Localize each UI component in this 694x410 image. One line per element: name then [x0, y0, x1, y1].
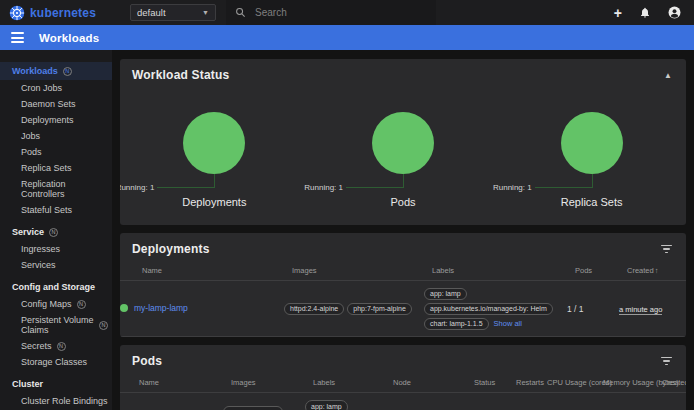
sidebar-item-label: Config Maps: [21, 299, 72, 309]
sidebar-item-label: Stateful Sets: [21, 205, 72, 215]
image-chip: php:7-fpm-alpine: [347, 303, 412, 315]
callout-line: [535, 187, 592, 188]
namespaced-badge-icon: N: [99, 321, 108, 330]
deployment-labels-cell: app: lampapp.kubernetes.io/managed-by: H…: [424, 286, 567, 331]
callout-line: [214, 174, 215, 188]
filter-icon[interactable]: [661, 357, 674, 366]
column-header-cpu-usage-cores[interactable]: CPU Usage (cores): [547, 378, 603, 387]
chart-callout-label: Running: 1: [120, 183, 154, 192]
column-header-images[interactable]: Images: [292, 266, 432, 275]
column-header-restarts[interactable]: Restarts: [516, 378, 547, 387]
status-pie-chart: [561, 112, 623, 174]
column-header-name[interactable]: Name: [142, 266, 292, 275]
sidebar-item-label: Cluster: [12, 379, 43, 389]
sidebar-item-replica-sets[interactable]: Replica Sets: [0, 160, 112, 176]
sidebar-item-label: Service: [12, 227, 44, 237]
sidebar-item-label: Cron Jobs: [21, 83, 62, 93]
sidebar-item-storage-classes[interactable]: Storage Classes: [0, 354, 112, 370]
sort-ascending-icon[interactable]: ↑: [655, 266, 659, 275]
sidebar-item-jobs[interactable]: Jobs: [0, 128, 112, 144]
deployments-title: Deployments: [132, 242, 210, 256]
namespaced-badge-icon: N: [57, 342, 66, 351]
search-icon: [235, 7, 246, 18]
main-content: Workload Status ▲ Running: 1DeploymentsR…: [112, 50, 694, 410]
chart-callout-label: Running: 1: [304, 183, 343, 192]
column-header-name[interactable]: Name: [139, 378, 231, 387]
pods-card: Pods NameImagesLabelsNodeStatusRestartsC…: [120, 345, 686, 410]
sidebar-item-label: Pods: [21, 147, 42, 157]
sidebar-item-daemon-sets[interactable]: Daemon Sets: [0, 96, 112, 112]
column-header-images[interactable]: Images: [231, 378, 313, 387]
sidebar-item-ingresses[interactable]: Ingresses: [0, 241, 112, 257]
deployment-table-row: my-lamp-lamp httpd:2.4-alpinephp:7-fpm-a…: [120, 281, 686, 337]
deployment-images-cell: httpd:2.4-alpinephp:7-fpm-alpine: [284, 301, 424, 316]
deployment-pods-count: 1 / 1: [567, 304, 619, 314]
search-input[interactable]: [255, 7, 415, 18]
image-chip: httpd:2.4-alpine: [223, 406, 283, 410]
workload-chart-replica-sets: Running: 1Replica Sets: [497, 90, 686, 225]
chart-callout-label: Running: 1: [493, 183, 532, 192]
chart-title: Deployments: [120, 196, 309, 208]
workload-chart-deployments: Running: 1Deployments: [120, 90, 309, 225]
sidebar-item-workloads[interactable]: WorkloadsN: [0, 62, 112, 80]
search-box[interactable]: [226, 0, 436, 25]
sidebar-item-secrets[interactable]: SecretsN: [0, 338, 112, 354]
sidebar-item-pods[interactable]: Pods: [0, 144, 112, 160]
column-header-memory-usage-bytes[interactable]: Memory Usage (bytes): [603, 378, 662, 387]
callout-line: [157, 187, 214, 188]
column-header-node[interactable]: Node: [393, 378, 474, 387]
column-header-labels[interactable]: Labels: [313, 378, 393, 387]
sidebar-item-replication-controllers[interactable]: Replication Controllers: [0, 176, 112, 202]
deployments-table-header: NameImagesLabelsPodsCreated↑: [120, 264, 686, 281]
label-chip: app: lamp: [305, 400, 348, 410]
kubernetes-wordmark: kubernetes: [30, 6, 96, 20]
column-header-status[interactable]: Status: [474, 378, 516, 387]
top-bar: kubernetes default ▼ +: [0, 0, 694, 25]
sidebar-item-label: Jobs: [21, 131, 40, 141]
pod-images-cell: httpd:2.4-alpinephp:7-fpm-alpine: [223, 405, 305, 410]
callout-line: [403, 174, 404, 188]
namespace-selector-value: default: [137, 7, 166, 18]
sidebar-item-label: Deployments: [21, 115, 74, 125]
sidebar-item-label: Config and Storage: [12, 282, 95, 292]
namespaced-badge-icon: N: [77, 300, 86, 309]
create-resource-icon[interactable]: +: [614, 6, 622, 20]
sidebar-item-cluster-role-bindings[interactable]: Cluster Role Bindings: [0, 393, 112, 409]
label-chip: chart: lamp-1.1.5: [424, 318, 489, 330]
sidebar-item-label: Secrets: [21, 341, 52, 351]
deployment-name-link[interactable]: my-lamp-lamp: [134, 303, 188, 313]
namespace-selector[interactable]: default ▼: [130, 4, 216, 21]
notifications-bell-icon[interactable]: [639, 6, 651, 19]
namespaced-badge-icon: N: [63, 67, 72, 76]
app-bar: Workloads: [0, 25, 694, 50]
workload-chart-pods: Running: 1Pods: [309, 90, 498, 225]
sidebar-item-services[interactable]: Services: [0, 257, 112, 273]
image-chip: httpd:2.4-alpine: [284, 303, 344, 315]
sidebar-item-stateful-sets[interactable]: Stateful Sets: [0, 202, 112, 218]
account-circle-icon[interactable]: [668, 6, 681, 19]
show-all-link[interactable]: Show all: [494, 319, 522, 328]
pods-title: Pods: [132, 354, 162, 368]
sidebar-item-config-and-storage: Config and Storage: [0, 278, 112, 296]
label-chip: app.kubernetes.io/managed-by: Helm: [424, 303, 553, 315]
chart-title: Replica Sets: [497, 196, 686, 208]
collapse-chevron-up-icon[interactable]: ▲: [664, 71, 674, 80]
status-pie-chart: [372, 112, 434, 174]
sidebar-item-persistent-volume-claims[interactable]: Persistent Volume ClaimsN: [0, 312, 112, 338]
workload-status-title: Workload Status: [132, 68, 229, 82]
sidebar-item-service[interactable]: ServiceN: [0, 223, 112, 241]
pods-table-header: NameImagesLabelsNodeStatusRestartsCPU Us…: [120, 376, 686, 393]
sidebar-item-deployments[interactable]: Deployments: [0, 112, 112, 128]
sidebar-item-config-maps[interactable]: Config MapsN: [0, 296, 112, 312]
pod-labels-cell: app: lamppod-template-hash: 5fd985cf68: [305, 398, 385, 410]
column-header-created[interactable]: Created↑: [627, 266, 686, 275]
column-header-pods[interactable]: Pods: [575, 266, 627, 275]
topbar-actions: +: [614, 6, 694, 20]
label-chip: app: lamp: [424, 288, 467, 300]
filter-icon[interactable]: [661, 245, 674, 254]
column-header-created[interactable]: Created↑: [662, 378, 686, 387]
sidebar-item-cron-jobs[interactable]: Cron Jobs: [0, 80, 112, 96]
menu-hamburger-icon[interactable]: [11, 32, 24, 43]
column-header-labels[interactable]: Labels: [432, 266, 575, 275]
sidebar-item-label: Ingresses: [21, 244, 60, 254]
